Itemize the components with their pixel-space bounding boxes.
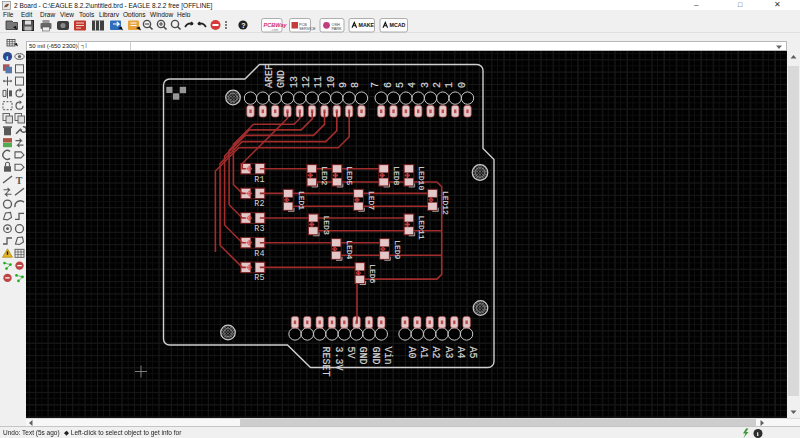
svg-text:0: 0 <box>457 81 468 87</box>
svg-text:10: 10 <box>326 75 337 87</box>
svg-text:12: 12 <box>301 75 312 87</box>
svg-text:11: 11 <box>313 75 324 87</box>
svg-text:MCAD: MCAD <box>390 22 406 28</box>
svg-text:RESET: RESET <box>320 346 331 376</box>
svg-text:AREF: AREF <box>264 63 275 87</box>
svg-text:LED8: LED8 <box>392 166 401 185</box>
svg-text:5V: 5V <box>345 346 356 358</box>
svg-text:A2: A2 <box>430 346 441 358</box>
svg-text:A5: A5 <box>467 346 478 358</box>
svg-text:LED12: LED12 <box>441 190 450 214</box>
svg-text:Vin: Vin <box>382 346 393 364</box>
svg-text:LED2: LED2 <box>320 166 329 185</box>
svg-text:i: i <box>6 53 8 61</box>
svg-text:LED9: LED9 <box>393 240 402 259</box>
svg-text:1: 1 <box>444 81 455 87</box>
svg-text:T: T <box>16 174 23 185</box>
svg-text:.com: .com <box>271 28 279 32</box>
svg-text:4: 4 <box>407 81 418 87</box>
svg-text:?: ? <box>241 22 245 29</box>
svg-text:SERVICE: SERVICE <box>299 27 316 31</box>
svg-text:MAKE: MAKE <box>359 22 375 28</box>
svg-text:A0: A0 <box>406 346 417 358</box>
svg-text:GND: GND <box>370 346 381 364</box>
svg-text:LED11: LED11 <box>417 215 426 239</box>
svg-text:PARK: PARK <box>332 27 343 31</box>
svg-text:LED5: LED5 <box>345 166 354 185</box>
svg-text:LED10: LED10 <box>417 166 426 190</box>
svg-text:2: 2 <box>432 81 443 87</box>
svg-text:LED6: LED6 <box>368 264 377 283</box>
svg-text:9: 9 <box>338 81 349 87</box>
svg-text:i: i <box>757 430 759 438</box>
svg-text:A3: A3 <box>443 346 454 358</box>
svg-text:GND: GND <box>276 69 287 87</box>
svg-text:R4: R4 <box>254 248 264 258</box>
svg-text:5: 5 <box>395 81 406 87</box>
svg-text:LED1: LED1 <box>297 190 306 209</box>
svg-text:A4: A4 <box>455 346 466 358</box>
svg-text:LED3: LED3 <box>322 215 331 234</box>
svg-text:GND: GND <box>357 346 368 364</box>
svg-text:R1: R1 <box>254 174 264 184</box>
svg-text:8: 8 <box>350 81 361 87</box>
svg-text:A1: A1 <box>418 346 429 358</box>
svg-text:LED7: LED7 <box>367 190 376 209</box>
svg-text:7: 7 <box>370 81 381 87</box>
svg-text:R5: R5 <box>254 273 264 283</box>
svg-text:3: 3 <box>420 81 431 87</box>
svg-text:R3: R3 <box>254 224 264 234</box>
svg-text:6: 6 <box>383 81 394 87</box>
svg-text:3.3V: 3.3V <box>333 346 344 370</box>
svg-text:R2: R2 <box>254 199 264 209</box>
svg-text:13: 13 <box>289 75 300 87</box>
svg-text:LED4: LED4 <box>345 240 354 259</box>
